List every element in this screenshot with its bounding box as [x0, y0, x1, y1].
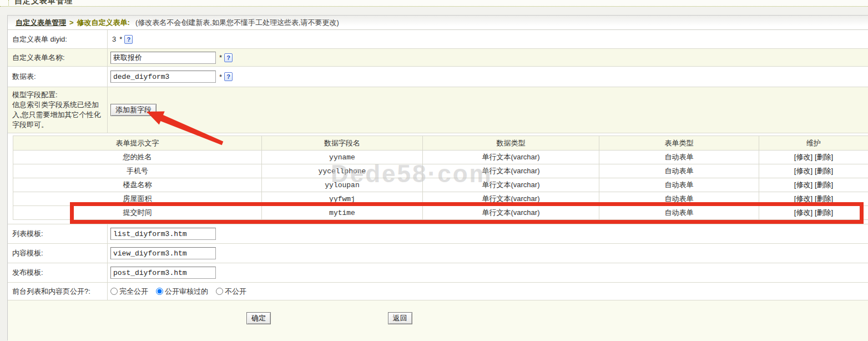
edit-link[interactable]: [修改] [794, 194, 813, 203]
table-row-highlighted: 提交时间 mytime 单行文本(varchar) 自动表单 [修改][删除] [13, 206, 868, 220]
edit-link[interactable]: [修改] [794, 167, 813, 175]
cell-prompt: 您的姓名 [13, 151, 262, 164]
cell-field: yyfwmj [262, 192, 423, 206]
help-icon[interactable]: ? [224, 72, 233, 81]
diyid-value: 3 [112, 35, 116, 43]
header-gap [0, 7, 868, 15]
table-row: 您的姓名 yyname 单行文本(varchar) 自动表单 [修改][删除] [13, 151, 868, 164]
radio-public-approved-label: 公开审核过的 [165, 287, 208, 297]
col-header-prompt: 表单提示文字 [13, 136, 262, 151]
cell-datatype: 单行文本(varchar) [423, 178, 599, 192]
fields-config-label: 模型字段配置: 信息索引类字段系统已经加入,您只需要增加其它个性化字段即可。 [8, 87, 108, 133]
fields-table: 表单提示文字 数据字段名 数据类型 表单类型 维护 您的姓名 yyname 单行… [13, 136, 868, 220]
visibility-options: 完全公开 公开审核过的 不公开 [110, 287, 246, 297]
row-visibility: 前台列表和内容页公开?: 完全公开 公开审核过的 不公开 [8, 283, 868, 300]
col-header-ops: 维护 [759, 136, 868, 151]
fields-config-title: 模型字段配置: [12, 91, 58, 99]
post-template-label: 发布模板: [8, 263, 108, 282]
col-header-formtype: 表单类型 [599, 136, 759, 151]
confirm-button[interactable]: 确定 [246, 312, 271, 324]
data-table-label: 数据表: [8, 67, 108, 87]
view-template-label: 内容模板: [8, 244, 108, 263]
radio-not-public[interactable] [216, 288, 223, 295]
back-button[interactable]: 返回 [388, 312, 412, 324]
cell-prompt: 手机号 [13, 164, 262, 178]
col-header-field: 数据字段名 [262, 136, 423, 151]
cell-datatype: 单行文本(varchar) [423, 164, 599, 178]
delete-link[interactable]: [删除] [815, 180, 833, 189]
view-template-input[interactable] [110, 247, 216, 259]
edit-link[interactable]: [修改] [794, 208, 813, 217]
row-list-template: 列表模板: [8, 224, 868, 244]
post-template-input[interactable] [110, 267, 216, 279]
cell-prompt: 房屋面积 [13, 192, 262, 206]
fields-table-header-row: 表单提示文字 数据字段名 数据类型 表单类型 维护 [13, 136, 868, 151]
cell-formtype: 自动表单 [599, 206, 759, 220]
required-mark: * [219, 53, 222, 62]
diyid-label: 自定义表单 diyid: [8, 30, 108, 48]
help-icon[interactable]: ? [224, 53, 233, 62]
visibility-label: 前台列表和内容页公开?: [8, 283, 108, 300]
cell-ops: [修改][删除] [759, 164, 868, 178]
cell-datatype: 单行文本(varchar) [423, 206, 599, 220]
cell-formtype: 自动表单 [599, 151, 759, 164]
add-field-button[interactable]: 添加新字段 [110, 104, 157, 116]
fields-table-container: 表单提示文字 数据字段名 数据类型 表单类型 维护 您的姓名 yyname 单行… [8, 133, 868, 224]
cell-datatype: 单行文本(varchar) [423, 192, 599, 206]
row-form-name: 自定义表单名称: * ? [8, 49, 868, 67]
cell-field: yyloupan [262, 178, 423, 192]
top-tab-title: 自定义表单管理 [14, 0, 73, 6]
edit-link[interactable]: [修改] [794, 153, 813, 161]
cell-ops: [修改][删除] [759, 178, 868, 192]
cell-formtype: 自动表单 [599, 192, 759, 206]
table-row: 楼盘名称 yyloupan 单行文本(varchar) 自动表单 [修改][删除… [13, 178, 868, 192]
help-icon[interactable]: ? [124, 35, 133, 44]
list-template-input[interactable] [110, 228, 216, 240]
cell-ops: [修改][删除] [759, 151, 868, 164]
breadcrumb-separator-icon: > [69, 18, 74, 27]
tab-divider [8, 0, 9, 7]
list-template-label: 列表模板: [8, 224, 108, 243]
required-mark: * [119, 35, 122, 43]
breadcrumb-current: 修改自定义表单: [77, 18, 130, 28]
radio-public-all-label: 完全公开 [119, 287, 148, 297]
cell-ops: [修改][删除] [759, 192, 868, 206]
row-fields-config: 模型字段配置: 信息索引类字段系统已经加入,您只需要增加其它个性化字段即可。 添… [8, 87, 868, 133]
table-row: 房屋面积 yyfwmj 单行文本(varchar) 自动表单 [修改][删除] [13, 192, 868, 206]
breadcrumb-parent-link[interactable]: 自定义表单管理 [16, 18, 66, 28]
edit-link[interactable]: [修改] [794, 180, 813, 189]
cell-prompt: 楼盘名称 [13, 178, 262, 192]
delete-link[interactable]: [删除] [815, 167, 833, 175]
footer-bar: 确定 返回 [8, 300, 868, 341]
radio-not-public-label: 不公开 [225, 287, 246, 297]
breadcrumb: 自定义表单管理 > 修改自定义表单: (修改表名不会创建新表,如果您不懂手工处理… [8, 16, 868, 30]
required-mark: * [219, 73, 222, 81]
cell-datatype: 单行文本(varchar) [423, 151, 599, 164]
row-diyid: 自定义表单 diyid: 3 * ? [8, 30, 868, 49]
row-view-template: 内容模板: [8, 244, 868, 263]
form-name-input[interactable] [110, 52, 216, 64]
form-name-label: 自定义表单名称: [8, 49, 108, 66]
delete-link[interactable]: [删除] [815, 194, 833, 203]
cell-formtype: 自动表单 [599, 178, 759, 192]
radio-public-all[interactable] [110, 288, 118, 295]
delete-link[interactable]: [删除] [815, 153, 833, 161]
delete-link[interactable]: [删除] [815, 208, 833, 217]
cell-ops: [修改][删除] [759, 206, 868, 220]
cell-formtype: 自动表单 [599, 164, 759, 178]
cell-field: yyname [262, 151, 423, 164]
data-table-input[interactable] [110, 71, 216, 83]
cell-field: yycellphone [262, 164, 423, 178]
cell-field: mytime [262, 206, 423, 220]
top-tab-strip: 自定义表单管理 [0, 0, 868, 7]
radio-public-approved[interactable] [156, 288, 163, 295]
fields-config-desc: 信息索引类字段系统已经加入,您只需要增加其它个性化字段即可。 [12, 101, 101, 129]
breadcrumb-note: (修改表名不会创建新表,如果您不懂手工处理这些表,请不要更改) [135, 18, 339, 28]
col-header-datatype: 数据类型 [423, 136, 599, 151]
main-panel: 自定义表单管理 > 修改自定义表单: (修改表名不会创建新表,如果您不懂手工处理… [7, 15, 868, 340]
row-post-template: 发布模板: [8, 263, 868, 283]
table-row: 手机号 yycellphone 单行文本(varchar) 自动表单 [修改][… [13, 164, 868, 178]
cell-prompt: 提交时间 [13, 206, 262, 220]
row-data-table: 数据表: * ? [8, 67, 868, 87]
